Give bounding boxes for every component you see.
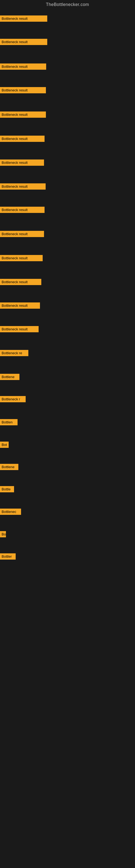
site-title: TheBottlenecker.com <box>0 0 135 8</box>
bottleneck-result-item[interactable]: Bottleneck re <box>0 350 28 356</box>
bottleneck-result-item[interactable]: Bottlene <box>0 374 19 380</box>
bottleneck-result-item[interactable]: Bottlene <box>0 464 18 470</box>
bottleneck-result-item[interactable]: Bottleneck result <box>0 231 44 237</box>
bottleneck-result-item[interactable]: Bottleneck result <box>0 303 40 309</box>
bottleneck-result-item[interactable]: Bottleneck result <box>0 279 41 285</box>
bottleneck-result-item[interactable]: Bottleneck result <box>0 63 46 70</box>
site-title-text: TheBottlenecker.com <box>46 2 89 7</box>
bottleneck-result-item[interactable]: Bottlen <box>0 419 17 425</box>
bottleneck-result-item[interactable]: Bottleneck result <box>0 255 43 261</box>
bottleneck-result-item[interactable]: Bot <box>0 442 9 448</box>
bottleneck-result-item[interactable]: Bottleneck result <box>0 183 46 190</box>
bottleneck-result-item[interactable]: Bo <box>0 531 6 537</box>
bottleneck-result-item[interactable]: Bottleneck result <box>0 207 45 213</box>
bottleneck-result-item[interactable]: Bottleneck result <box>0 135 45 142</box>
bottleneck-result-item[interactable]: Bottle <box>0 486 14 492</box>
bottleneck-result-item[interactable]: Bottleneck result <box>0 87 46 93</box>
bottleneck-result-item[interactable]: Bottleneck result <box>0 16 47 22</box>
bottleneck-result-item[interactable]: Bottleneck r <box>0 396 26 402</box>
bottleneck-result-item[interactable]: Bottleneck result <box>0 326 39 332</box>
bottleneck-result-item[interactable]: Bottler <box>0 553 16 560</box>
bottleneck-result-item[interactable]: Bottleneck result <box>0 159 44 166</box>
bottleneck-result-item[interactable]: Bottleneck result <box>0 39 47 45</box>
bottleneck-result-item[interactable]: Bottleneck result <box>0 112 46 118</box>
bottleneck-result-item[interactable]: Bottlenec <box>0 508 21 515</box>
